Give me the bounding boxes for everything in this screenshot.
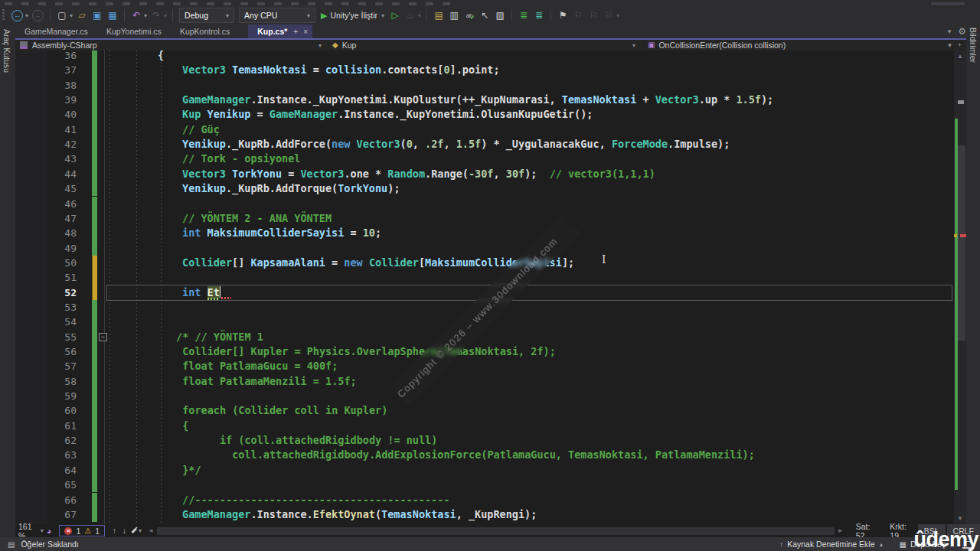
chevron-down-icon[interactable]: ▾ — [948, 41, 952, 49]
clipped-toolbar-icon — [55, 2, 63, 5]
code-line[interactable]: GameManager.Instance.EfektOynat(TemasNok… — [109, 507, 537, 522]
saved-change-bar — [92, 419, 97, 433]
edit-mode-icon[interactable] — [131, 528, 136, 533]
code-line[interactable]: float PatlamaGucu = 400f; — [109, 359, 338, 373]
undo-caret[interactable]: ▾ — [144, 12, 147, 19]
solution-explorer-icon[interactable]: ▥ — [447, 9, 461, 21]
code-line[interactable]: Kup Yenikup = GameManager.Instance._KupY… — [109, 107, 593, 122]
comment-token: if (coll.attachedRigidbody != null) — [176, 434, 437, 446]
bookmark-icon[interactable]: ⚑ — [556, 9, 570, 21]
hscrollbar-thumb[interactable] — [157, 527, 835, 535]
scroll-up-icon[interactable]: ▲ — [954, 53, 966, 60]
type-dropdown[interactable]: ◆ Kup ▾ — [322, 41, 635, 50]
gear-icon[interactable]: ⚙ — [958, 26, 966, 37]
spell-check-icon[interactable]: ab✓ — [462, 9, 476, 21]
active-files-dropdown-icon[interactable]: ▾ — [948, 28, 952, 35]
code-token: Vector3 — [182, 168, 226, 180]
code-line[interactable]: Vector3 TemasNoktasi = collision.contact… — [109, 63, 500, 77]
code-line[interactable]: if (coll.attachedRigidbody != null) — [109, 433, 437, 448]
scroll-right-icon[interactable]: ► — [838, 527, 844, 534]
next-issue-icon[interactable]: ↓ — [122, 527, 126, 535]
add-to-source-control-button[interactable]: ↑ Kaynak Denetimine Ekle ▲ — [779, 540, 884, 549]
split-window-icon[interactable]: + — [958, 41, 962, 49]
comment-token: // vector3(1,1,1) — [550, 168, 655, 180]
nav-forward-icon[interactable]: → — [32, 10, 44, 21]
find-in-files-icon[interactable]: ▤ — [432, 9, 446, 21]
code-line[interactable]: // YÖNTEM 2 - ANA YÖNTEM — [109, 211, 332, 226]
nav-back-caret[interactable]: ▾ — [25, 12, 28, 19]
nav-back-icon[interactable]: ← — [11, 10, 23, 21]
bookmark-prev-icon[interactable]: ⚐ — [571, 9, 585, 21]
code-token: 30f — [506, 168, 524, 180]
attach-to-unity-button[interactable]: ▶Unity'ye İliştir▾ — [321, 11, 384, 21]
toolbox-vertical-tab[interactable]: Araç Kutusu — [2, 29, 11, 73]
tab-gamemanagercs[interactable]: GameManager.cs — [15, 24, 97, 38]
code-line[interactable]: Yenikup._KupRb.AddForce(new Vector3(0, .… — [109, 137, 730, 152]
code-line[interactable]: int MaksimumColliderSayisi = 10; — [109, 226, 381, 240]
feedback-icon[interactable]: ◕ — [47, 527, 52, 536]
code-line[interactable]: GameManager.Instance._KupYonetimi.KupOlu… — [109, 93, 773, 107]
uncomment-lines-icon[interactable]: ≣ — [532, 9, 546, 21]
code-line[interactable]: int Et — [109, 285, 231, 300]
clipped-toolbar-icon — [274, 2, 282, 5]
redo-icon[interactable]: ↷ — [149, 9, 163, 21]
bookmark-marker — [958, 100, 964, 104]
code-line[interactable]: //--------------------------------------… — [109, 493, 450, 507]
new-file-caret[interactable]: ▾ — [70, 12, 73, 19]
notifications-vertical-tab[interactable]: Bildirimler — [969, 28, 978, 63]
tab-kupyonetimics[interactable]: KupYonetimi.cs — [97, 24, 171, 38]
start-without-debugging-icon[interactable]: ▷ — [388, 9, 402, 21]
code-line[interactable]: // Tork - opsiyonel — [109, 152, 300, 166]
hot-reload-caret[interactable]: ▾ — [418, 12, 421, 19]
project-dropdown[interactable]: Assembly-CSharp ▾ — [15, 41, 322, 50]
code-line[interactable]: Collider[] Kupler = Physics.OverlapSpher… — [109, 344, 556, 359]
comment-lines-icon[interactable]: ≣ — [517, 9, 531, 21]
code-editor[interactable]: 36{37Vector3 TemasNoktasi = collision.co… — [15, 51, 954, 524]
scroll-left-icon[interactable]: ◄ — [148, 527, 154, 534]
collapse-region-icon[interactable]: − — [99, 333, 107, 341]
go-to-definition-icon[interactable]: ↖ — [478, 9, 492, 21]
hot-reload-icon[interactable]: ♨ — [403, 9, 417, 21]
code-line[interactable]: { — [109, 51, 164, 63]
code-line[interactable]: float PatlamaMenzili = 1.5f; — [109, 374, 357, 389]
status-bar: ▤ Öğeler Saklandı ↑ Kaynak Denetimine Ek… — [0, 537, 980, 551]
bookmark-clear-icon[interactable]: ⚐ — [602, 9, 616, 21]
vs-ide-window: ←▾→▢▾▱▣▦↶▾↷▾Debug▾Any CPU▾▶Unity'ye İliş… — [0, 0, 980, 551]
new-file-icon[interactable]: ▢ — [55, 9, 69, 21]
code-line[interactable]: // Güç — [109, 122, 220, 137]
code-line[interactable]: /* // YÖNTEM 1 — [109, 330, 263, 344]
bookmark-next-icon[interactable]: ⚐ — [586, 9, 600, 21]
code-line[interactable]: foreach (Collider coll in Kupler) — [109, 403, 387, 418]
code-line[interactable]: coll.attachedRigidbody.AddExplosionForce… — [109, 448, 755, 462]
redo-caret[interactable]: ▾ — [164, 12, 167, 19]
clipped-toolbar-icon — [5, 2, 12, 5]
code-line[interactable]: Yenikup._KupRb.AddTorque(TorkYonu); — [109, 181, 400, 196]
debug-configuration-combo[interactable]: Debug▾ — [179, 8, 234, 23]
save-icon[interactable]: ▣ — [90, 9, 104, 21]
scroll-down-icon[interactable]: ▼ — [954, 515, 966, 522]
code-token: , — [413, 138, 425, 150]
code-line[interactable]: Vector3 TorkYonu = Vector3.one * Random.… — [109, 167, 655, 181]
code-token: Vector3 — [182, 64, 226, 76]
copy-icon[interactable]: ▧ — [493, 9, 507, 21]
vertical-scrollbar[interactable]: ▲ ▼ — [954, 51, 966, 524]
pin-icon[interactable]: + — [293, 28, 298, 36]
member-dropdown[interactable]: ▣ OnCollisionEnter(Collision collision) … — [635, 41, 966, 50]
error-warning-summary[interactable]: × 1 ⚠ 1 — [59, 525, 105, 536]
platform-combo[interactable]: Any CPU▾ — [239, 8, 315, 23]
code-token: .Impulse); — [668, 138, 730, 150]
chevron-down-icon[interactable]: ▾ — [139, 527, 142, 534]
code-line[interactable]: Collider[] KapsamaAlani = new Collider[M… — [109, 256, 574, 270]
save-all-icon[interactable]: ▦ — [106, 9, 119, 21]
prev-issue-icon[interactable]: ↑ — [113, 527, 116, 535]
open-folder-icon[interactable]: ▱ — [75, 9, 89, 21]
line-number: 55 — [15, 330, 77, 344]
saved-change-bar — [92, 493, 97, 507]
close-icon[interactable]: × — [303, 28, 308, 36]
tab-kupkontrolcs[interactable]: KupKontrol.cs — [171, 24, 239, 38]
undo-icon[interactable]: ↶ — [129, 9, 143, 21]
code-line[interactable]: }*/ — [109, 463, 201, 478]
toolbar-overflow-caret[interactable]: ▾ — [616, 12, 619, 19]
code-line[interactable]: { — [109, 419, 188, 433]
tab-kupcs[interactable]: Kup.cs*+× — [248, 24, 312, 38]
